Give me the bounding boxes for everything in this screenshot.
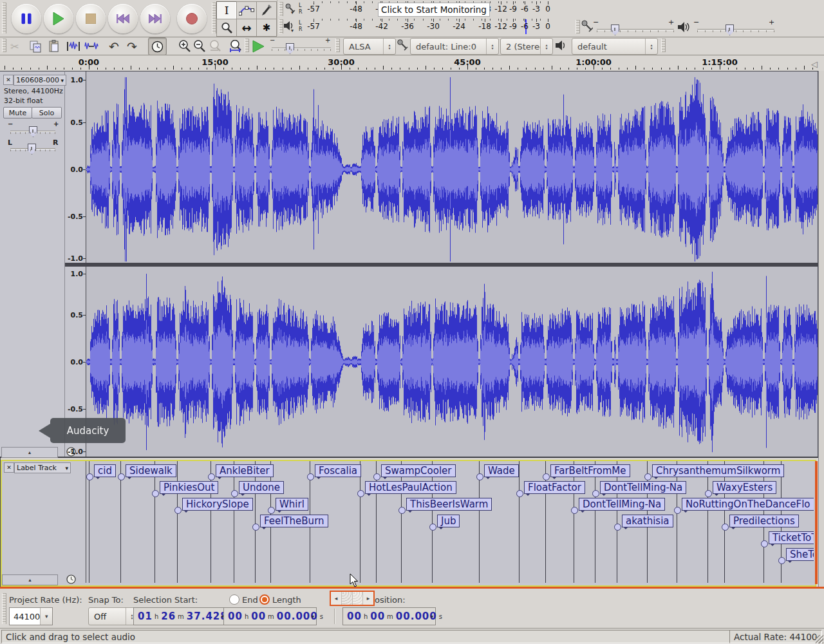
monitoring-tooltip[interactable]: Click to Start Monitoring <box>378 3 490 17</box>
track-close-button[interactable]: ✕ <box>3 75 14 85</box>
label-handle[interactable] <box>571 507 578 514</box>
tools-toolbar-grip[interactable] <box>212 3 216 33</box>
label-handle[interactable] <box>543 473 550 480</box>
length-radio-label[interactable]: Length <box>272 595 301 605</box>
solo-button[interactable]: Solo <box>32 107 62 118</box>
label-handle[interactable] <box>357 490 364 497</box>
time-field-arrow-icon[interactable]: ▾ <box>431 614 433 620</box>
sync-lock-button[interactable] <box>148 37 167 55</box>
playback-meter-dropdown-icon[interactable]: ▾ <box>291 28 294 33</box>
label-handle[interactable] <box>252 524 259 531</box>
track-label[interactable]: SheTo <box>786 548 814 561</box>
fast-forward-button[interactable] <box>140 4 170 33</box>
track-label[interactable]: cid <box>94 464 116 477</box>
track-bottom-border[interactable] <box>0 457 818 458</box>
label-handle[interactable] <box>429 524 436 531</box>
envelope-tool-button[interactable] <box>236 1 257 19</box>
track-label[interactable]: SwampCooler <box>381 464 456 477</box>
label-handle[interactable] <box>516 490 523 497</box>
track-label[interactable]: Foscalia <box>315 464 361 477</box>
record-meter-dropdown-icon[interactable]: ▾ <box>291 10 294 15</box>
label-handle[interactable] <box>614 524 621 531</box>
track-label[interactable]: Wade <box>484 464 519 477</box>
length-radio[interactable] <box>259 594 270 605</box>
cut-button[interactable]: ✂ <box>6 38 24 55</box>
zoom-tool-button[interactable] <box>216 19 237 37</box>
label-handle[interactable] <box>778 557 785 564</box>
label-handle[interactable] <box>722 524 729 531</box>
label-track-close-button[interactable]: ✕ <box>4 462 14 473</box>
label-track-title-menu[interactable]: Label Track ▾ <box>14 462 71 473</box>
label-track-collapse-button[interactable]: ▴ <box>2 574 58 585</box>
redo-button[interactable]: ↷ <box>123 38 141 55</box>
mute-button[interactable]: Mute <box>3 107 32 118</box>
time-digits[interactable]: 26 <box>161 611 176 622</box>
undo-button[interactable]: ↶ <box>105 38 123 55</box>
label-handle[interactable] <box>118 473 125 480</box>
input-channels-select[interactable]: 2 (Stereo ▴▾ <box>500 38 553 55</box>
label-handle[interactable] <box>373 473 380 480</box>
track-label[interactable]: PinkiesOut <box>160 481 218 494</box>
input-device-select[interactable]: default: Line:0 ▴▾ <box>410 38 499 55</box>
mixer-toolbar-grip[interactable] <box>576 20 580 33</box>
play-button[interactable] <box>44 4 73 33</box>
track-label[interactable]: FloatFactor <box>524 481 585 494</box>
copy-button[interactable] <box>26 38 44 55</box>
track-label[interactable]: HickorySlope <box>182 498 253 511</box>
track-label[interactable]: ChrysanthemumSilkworm <box>652 464 784 477</box>
silence-audio-button[interactable] <box>82 38 100 55</box>
waveform-channel-right[interactable] <box>86 267 818 457</box>
track-label[interactable]: DontTellMing-Na <box>600 481 686 494</box>
fit-project-button[interactable] <box>227 38 245 55</box>
trim-audio-button[interactable] <box>64 38 82 55</box>
stop-button[interactable] <box>76 4 106 33</box>
track-label[interactable]: Whirl <box>276 498 308 511</box>
label-handle[interactable] <box>761 540 768 547</box>
project-rate-combo[interactable]: 44100 ▾ <box>9 607 53 625</box>
track-title-menu[interactable]: 160608-000 ▾ <box>14 75 66 86</box>
audio-position-field[interactable]: 00h00m00.000s▾ <box>342 607 436 625</box>
label-handle[interactable] <box>307 473 314 480</box>
label-handle[interactable] <box>152 490 159 497</box>
selection-length-field[interactable]: 00h00m00.000s▾ <box>223 607 317 625</box>
label-handle[interactable] <box>398 507 406 514</box>
track-label[interactable]: FarBeltFromMe <box>550 464 630 477</box>
track-label[interactable]: HotLesPaulAction <box>365 481 456 494</box>
time-digits[interactable]: 01 <box>138 611 153 622</box>
track-label[interactable]: akathisia <box>622 515 673 527</box>
device-toolbar-grip[interactable] <box>335 39 340 52</box>
label-handle[interactable] <box>174 507 182 514</box>
selection-start-field[interactable]: 01h26m37.428s▾ <box>133 607 227 625</box>
host-select[interactable]: ALSA ▴▾ <box>343 38 396 55</box>
device-toolbar-end-grip[interactable] <box>661 39 666 52</box>
draw-tool-button[interactable] <box>256 1 277 19</box>
label-handle[interactable] <box>208 473 215 480</box>
end-radio-label[interactable]: End <box>242 595 258 605</box>
track-label[interactable]: AnkleBiter <box>216 464 274 477</box>
snap-to-select[interactable]: Off ▴▾ <box>88 607 138 625</box>
track-label[interactable]: WaxyEsters <box>713 481 776 494</box>
resize-grip-icon[interactable] <box>816 635 823 643</box>
track-label[interactable]: Jub <box>437 515 460 527</box>
record-meter-grip[interactable] <box>279 2 283 16</box>
time-field-arrow-icon[interactable]: ▾ <box>312 614 314 620</box>
channel-divider[interactable] <box>65 263 818 267</box>
label-handle[interactable] <box>705 490 712 497</box>
transport-toolbar-grip[interactable] <box>2 3 6 33</box>
record-meter-mic-icon[interactable] <box>285 3 295 15</box>
track-label[interactable]: TicketToT <box>769 531 814 544</box>
play-at-speed-button[interactable] <box>249 38 267 55</box>
timeline-ruler[interactable]: 0:0015:0030:0045:001:00:001:15:00 <box>0 55 824 72</box>
label-handle[interactable] <box>674 507 681 514</box>
track-label[interactable]: DontTellMing-Na <box>579 498 665 511</box>
record-button[interactable] <box>177 4 207 33</box>
pause-button[interactable] <box>12 4 41 33</box>
label-handle[interactable] <box>644 473 651 480</box>
track-label[interactable]: NoRuttingOnTheDanceFlo <box>682 498 814 511</box>
selection-tool-button[interactable]: I <box>216 1 237 19</box>
track-label[interactable]: Predilections <box>729 515 799 527</box>
paste-button[interactable] <box>45 38 63 55</box>
fit-selection-button[interactable] <box>207 38 225 55</box>
multi-tool-button[interactable]: ✱ <box>256 19 277 37</box>
time-digits[interactable]: 00 <box>370 611 385 622</box>
